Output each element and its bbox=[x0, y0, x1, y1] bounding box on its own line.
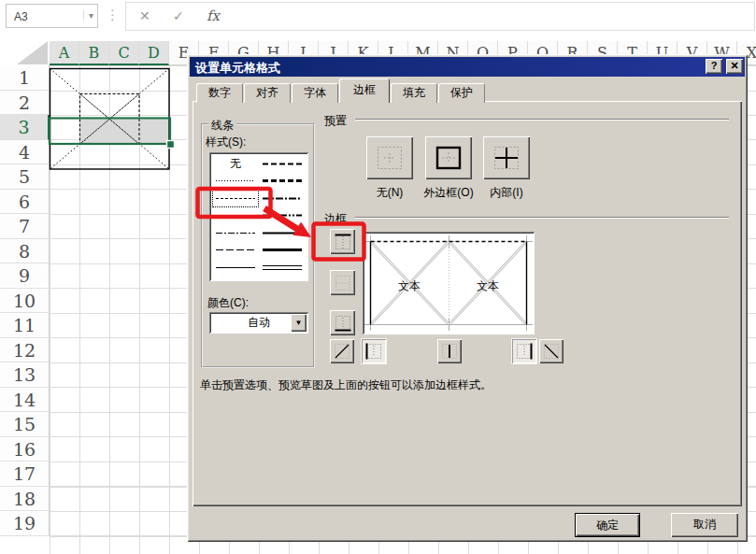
line-style-option-thick-solid[interactable] bbox=[259, 242, 306, 260]
tab-border-active[interactable]: 边框 bbox=[339, 78, 390, 103]
row-header-8[interactable]: 8 bbox=[0, 239, 50, 264]
line-style-option-thin-solid[interactable] bbox=[212, 259, 259, 277]
row-header-9[interactable]: 9 bbox=[0, 263, 50, 289]
border-diagonal-down-icon bbox=[541, 341, 562, 362]
preset-inside-label: 内部(I) bbox=[474, 185, 539, 201]
line-style-option-hairline-dotted[interactable] bbox=[212, 173, 259, 191]
row-header-6[interactable]: 6 bbox=[0, 190, 50, 215]
inside-vertical-border-button[interactable] bbox=[437, 339, 462, 363]
diagonal-up-border-button[interactable] bbox=[330, 339, 354, 363]
tab-1[interactable]: 对齐 bbox=[244, 83, 291, 103]
ok-button[interactable]: 确定 bbox=[575, 513, 640, 537]
name-box-value: A3 bbox=[14, 10, 28, 23]
column-header-B[interactable]: B bbox=[79, 41, 109, 65]
line-style-option-medium-dashed[interactable] bbox=[259, 155, 306, 173]
tab-2[interactable]: 字体 bbox=[292, 83, 338, 103]
presets-divider bbox=[355, 119, 729, 121]
line-style-option-medium-dash-dot-dot[interactable] bbox=[259, 207, 306, 225]
color-dropdown[interactable]: 自动 ▼ bbox=[209, 312, 308, 334]
presets-caption: 预置 bbox=[324, 113, 347, 129]
row-header-13[interactable]: 13 bbox=[0, 362, 50, 388]
color-dropdown-arrow-icon[interactable]: ▼ bbox=[291, 314, 307, 332]
insert-function-icon[interactable]: fx bbox=[207, 7, 220, 24]
dialog-help-button[interactable]: ? bbox=[706, 59, 722, 74]
row-header-1[interactable]: 1 bbox=[0, 65, 50, 91]
preset-inside-button[interactable] bbox=[483, 136, 530, 179]
confirm-entry-icon[interactable]: ✓ bbox=[173, 8, 184, 23]
dialog-close-button[interactable]: ✕ bbox=[726, 59, 743, 74]
line-style-option-thick-dashed[interactable] bbox=[259, 173, 306, 191]
row-header-19[interactable]: 19 bbox=[0, 511, 50, 536]
column-header-D[interactable]: D bbox=[139, 41, 169, 65]
left-border-button[interactable] bbox=[362, 339, 386, 363]
preset-outline-button[interactable] bbox=[425, 136, 472, 179]
line-style-option-medium-dash-dot[interactable] bbox=[259, 190, 306, 207]
tab-5[interactable]: 保护 bbox=[438, 83, 485, 103]
color-label: 颜色(C): bbox=[207, 295, 249, 311]
column-header-A[interactable]: A bbox=[50, 41, 79, 65]
select-all-triangle-icon bbox=[17, 41, 48, 64]
border-divider bbox=[355, 217, 729, 219]
row-header-11[interactable]: 11 bbox=[0, 313, 50, 338]
line-style-option-dotted[interactable] bbox=[212, 190, 259, 207]
preset-inside-icon bbox=[491, 144, 522, 172]
style-label: 样式(S): bbox=[206, 135, 246, 150]
preset-outline-label: 外边框(O) bbox=[416, 185, 481, 201]
preset-outline-icon bbox=[433, 144, 464, 172]
dialog-title-bar[interactable]: 设置单元格格式 bbox=[190, 57, 745, 77]
border-top-icon bbox=[333, 232, 353, 252]
border-bottom-icon bbox=[333, 313, 353, 334]
preview-text-right: 文本 bbox=[477, 279, 499, 292]
tab-0[interactable]: 数字 bbox=[196, 83, 243, 103]
row-header-14[interactable]: 14 bbox=[0, 388, 50, 413]
border-left-icon bbox=[364, 341, 384, 362]
row-header-12[interactable]: 12 bbox=[0, 338, 50, 363]
select-all-corner[interactable] bbox=[0, 41, 50, 65]
preset-none-label: 无(N) bbox=[357, 185, 422, 201]
border-inside-vertical-icon bbox=[439, 341, 460, 362]
excel-app: A3 ▾ ⋮ ✕ ✓ fx ABCDEFGHIJKLMNOPQRSTUVWX 1… bbox=[0, 0, 756, 554]
name-box[interactable]: A3 ▾ bbox=[6, 4, 98, 28]
cancel-button[interactable]: 取消 bbox=[671, 513, 738, 537]
row-header-17[interactable]: 17 bbox=[0, 462, 50, 487]
line-style-option-long-dash[interactable] bbox=[212, 242, 259, 260]
border-help-text: 单击预置选项、预览草图及上面的按钮可以添加边框样式。 bbox=[200, 377, 729, 393]
inside-horizontal-border-button[interactable] bbox=[330, 270, 355, 295]
formula-bar-group: ✕ ✓ fx bbox=[125, 2, 755, 31]
bottom-border-button[interactable] bbox=[330, 310, 355, 335]
top-border-button[interactable] bbox=[330, 229, 355, 254]
line-style-listbox[interactable]: 无 bbox=[209, 152, 308, 281]
row-header-16[interactable]: 16 bbox=[0, 437, 50, 462]
right-border-button[interactable] bbox=[512, 339, 536, 363]
preset-none-button[interactable] bbox=[366, 136, 413, 179]
row-header-3[interactable]: 3 bbox=[0, 115, 50, 140]
cancel-entry-icon[interactable]: ✕ bbox=[139, 8, 150, 23]
row-header-2[interactable]: 2 bbox=[0, 91, 50, 116]
line-style-option-dashed[interactable] bbox=[212, 207, 259, 225]
row-header-5[interactable]: 5 bbox=[0, 164, 50, 190]
dialog-title: 设置单元格格式 bbox=[195, 60, 280, 77]
formula-bar: A3 ▾ ⋮ ✕ ✓ fx bbox=[0, 0, 756, 37]
row-headers: 12345678910111213141516171819 bbox=[0, 65, 50, 536]
column-header-C[interactable]: C bbox=[109, 41, 139, 65]
line-group-caption: 线条 bbox=[208, 118, 236, 134]
dialog-tab-strip: 数字对齐字体边框填充保护 bbox=[196, 78, 486, 103]
border-right-icon bbox=[514, 341, 535, 362]
tab-4[interactable]: 填充 bbox=[391, 83, 437, 103]
row-header-4[interactable]: 4 bbox=[0, 140, 50, 165]
row-header-18[interactable]: 18 bbox=[0, 487, 50, 512]
row-header-7[interactable]: 7 bbox=[0, 214, 50, 239]
row-header-10[interactable]: 10 bbox=[0, 289, 50, 314]
line-style-option-dash-dot[interactable] bbox=[212, 224, 259, 242]
name-box-dropdown-icon[interactable]: ▾ bbox=[83, 10, 93, 21]
border-diagonal-up-icon bbox=[332, 341, 352, 362]
border-caption: 边框 bbox=[324, 211, 347, 227]
line-style-option-double[interactable] bbox=[259, 259, 306, 277]
row-header-15[interactable]: 15 bbox=[0, 412, 50, 437]
border-inside-horizontal-icon bbox=[333, 273, 353, 293]
line-style-option-none[interactable]: 无 bbox=[212, 155, 259, 173]
diagonal-down-border-button[interactable] bbox=[539, 339, 563, 363]
formula-bar-separator-icon: ⋮ bbox=[106, 7, 118, 23]
line-style-option-medium-solid[interactable] bbox=[259, 224, 306, 242]
border-preview[interactable]: 文本 文本 bbox=[363, 232, 535, 334]
